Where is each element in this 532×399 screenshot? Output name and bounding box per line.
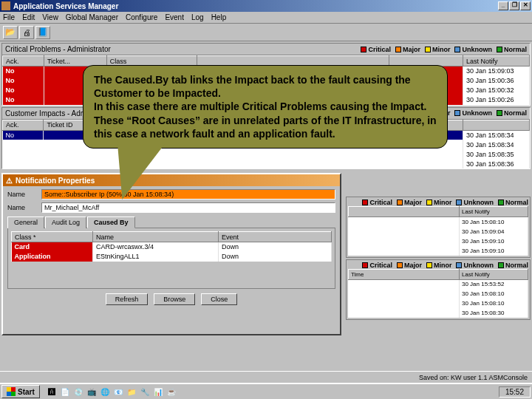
table-row[interactable]: 30 Jan 15:08:10 bbox=[349, 299, 528, 308]
menu-file[interactable]: File bbox=[3, 13, 15, 21]
caused-by-grid[interactable]: Class * Name Event Card CARD-wrcaswx.3/4… bbox=[11, 231, 332, 262]
callout-text: The Caused.By tab links the Impact back … bbox=[94, 74, 437, 140]
tray-icon[interactable]: 📊 bbox=[152, 386, 164, 398]
mini-panel-2: Critical Major Minor Unknown Normal Time… bbox=[346, 259, 531, 321]
menu-event[interactable]: Event bbox=[165, 13, 184, 21]
legend-normal: Normal bbox=[504, 46, 527, 53]
col-event[interactable]: Event bbox=[219, 232, 332, 242]
menu-configure[interactable]: Configure bbox=[126, 13, 157, 21]
col-time[interactable] bbox=[463, 120, 530, 130]
table-row[interactable]: 30 Jan 15:09:10 bbox=[349, 236, 528, 246]
content-area: Critical Problems - Administrator Critic… bbox=[0, 41, 532, 371]
col-last-notify[interactable]: Last Notify bbox=[460, 269, 528, 279]
menubar: File Edit View Global Manager Configure … bbox=[0, 12, 532, 24]
table-row[interactable]: 30 Jan 15:08:35 bbox=[3, 149, 530, 159]
tray-icon[interactable]: ☕ bbox=[166, 386, 177, 398]
table-row[interactable]: 30 Jan 15:09:04 bbox=[349, 227, 528, 236]
tray-icon[interactable]: 🔧 bbox=[139, 386, 151, 398]
tray-icon[interactable]: 🌐 bbox=[99, 386, 111, 398]
maximize-button[interactable]: ❐ bbox=[509, 1, 519, 10]
tab-general[interactable]: General bbox=[7, 216, 44, 228]
severity-legend: Critical Major Minor Unknown Normal bbox=[361, 46, 527, 53]
menu-view[interactable]: View bbox=[42, 13, 58, 21]
col-ack[interactable]: Ack. bbox=[3, 56, 44, 66]
tray-icon[interactable]: 📧 bbox=[112, 386, 124, 398]
start-label: Start bbox=[18, 388, 35, 396]
dialog-tabs: General Audit Log Caused By bbox=[7, 216, 335, 228]
name-field-2[interactable]: Mr_Michael_McAff bbox=[41, 202, 335, 213]
col-time[interactable]: Time bbox=[349, 269, 460, 279]
col-name[interactable]: Name bbox=[93, 232, 219, 242]
table-row[interactable]: 30 Jan 15:08:10 bbox=[349, 289, 528, 299]
table-row[interactable]: 30 Jan 15:53:52 bbox=[349, 279, 528, 289]
mini-panel-1: Critical Major Minor Unknown Normal Last… bbox=[346, 197, 531, 258]
tab-caused-by[interactable]: Caused By bbox=[87, 216, 135, 228]
alert-icon: ⚠ bbox=[6, 177, 13, 185]
app-icon bbox=[1, 1, 10, 10]
name2-label: Name bbox=[7, 204, 37, 211]
tray-icon[interactable]: 🅰 bbox=[46, 386, 58, 398]
caused-by-tabbody: Class * Name Event Card CARD-wrcaswx.3/4… bbox=[7, 228, 335, 289]
tray-icon[interactable]: 📄 bbox=[59, 386, 71, 398]
col-class[interactable]: Class * bbox=[12, 232, 93, 242]
detail-grid-1[interactable]: Last Notify 30 Jan 15:08:10 30 Jan 15:09… bbox=[348, 206, 528, 256]
table-row[interactable]: Application EStnKingALL1 Down bbox=[12, 252, 332, 262]
dialog-title: Notification Properties bbox=[16, 177, 95, 185]
table-row[interactable]: 30 Jan 15:09:10 bbox=[349, 246, 528, 256]
book-icon[interactable]: 📘 bbox=[35, 26, 50, 39]
table-row[interactable]: Card CARD-wrcaswx.3/4 Down bbox=[12, 242, 332, 252]
menu-edit[interactable]: Edit bbox=[22, 13, 35, 21]
taskbar-clock: 15:52 bbox=[499, 386, 531, 398]
open-icon[interactable]: 📂 bbox=[3, 26, 18, 39]
start-button[interactable]: Start bbox=[1, 385, 40, 398]
col-ack[interactable]: Ack. bbox=[3, 120, 44, 130]
browse-button[interactable]: Browse bbox=[154, 293, 195, 305]
table-row[interactable]: 30 Jan 15:08:30 bbox=[349, 308, 528, 318]
detail-grid-2[interactable]: TimeLast Notify 30 Jan 15:53:52 30 Jan 1… bbox=[348, 269, 528, 318]
status-text: Saved on: KW user 1.1 ASMConsole bbox=[419, 374, 528, 381]
menu-global-manager[interactable]: Global Manager bbox=[66, 13, 118, 21]
name-label: Name bbox=[7, 191, 37, 198]
legend-critical: Critical bbox=[368, 46, 391, 53]
close-button[interactable]: ✕ bbox=[520, 1, 531, 10]
col-item[interactable] bbox=[349, 207, 460, 217]
close-dialog-button[interactable]: Close bbox=[201, 293, 237, 305]
notification-properties-dialog: ⚠ Notification Properties Name Some::Sub… bbox=[1, 173, 341, 335]
right-detail-column: Critical Major Minor Unknown Normal Last… bbox=[346, 197, 531, 320]
panel-title-label: Critical Problems - Administrator bbox=[5, 45, 111, 53]
legend-unknown: Unknown bbox=[462, 46, 492, 53]
table-row[interactable]: 30 Jan 15:08:10 bbox=[349, 217, 528, 227]
tray-icon[interactable]: 📁 bbox=[126, 386, 137, 398]
tray-icon[interactable]: 💿 bbox=[72, 386, 84, 398]
name-field-1[interactable]: Some::Subscriber Ip (50% 30 Jan 15:08:34… bbox=[41, 189, 335, 200]
explanation-callout: The Caused.By tab links the Impact back … bbox=[83, 65, 448, 149]
legend-minor: Minor bbox=[432, 46, 451, 53]
toolbar: 📂 🖨 📘 bbox=[0, 24, 532, 41]
window-title: Application Services Manager bbox=[13, 2, 118, 10]
minimize-button[interactable]: _ bbox=[498, 1, 508, 10]
print-icon[interactable]: 🖨 bbox=[19, 26, 34, 39]
window-titlebar: Application Services Manager _ ❐ ✕ bbox=[0, 0, 532, 12]
menu-help[interactable]: Help bbox=[211, 13, 227, 21]
status-bar: Saved on: KW user 1.1 ASMConsole bbox=[0, 371, 532, 383]
col-last-notify[interactable]: Last Notify bbox=[460, 207, 528, 217]
taskbar: Start 🅰 📄 💿 📺 🌐 📧 📁 🔧 📊 ☕ 15:52 bbox=[0, 383, 532, 399]
tab-audit-log[interactable]: Audit Log bbox=[45, 216, 86, 228]
table-row[interactable]: 30 Jan 15:08:36 bbox=[3, 159, 530, 168]
windows-icon bbox=[7, 387, 16, 396]
legend-major: Major bbox=[403, 46, 420, 53]
refresh-button[interactable]: Refresh bbox=[106, 293, 149, 305]
menu-log[interactable]: Log bbox=[191, 13, 204, 21]
tray-icon[interactable]: 📺 bbox=[86, 386, 98, 398]
col-last-notify[interactable]: Last Notify bbox=[463, 56, 530, 66]
